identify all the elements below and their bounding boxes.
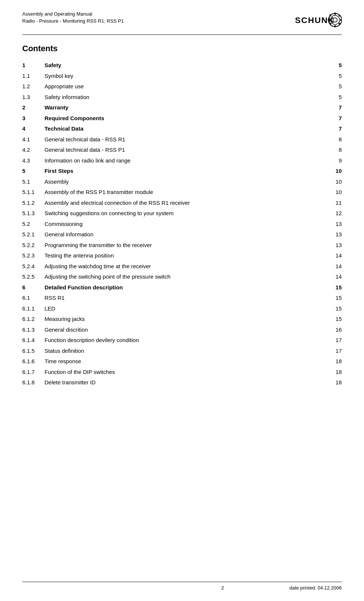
toc-row[interactable]: 6.1.1LED15 [22,303,342,314]
toc-number: 3 [22,114,45,123]
toc-page: 13 [335,241,342,250]
toc-number: 6.1.7 [22,368,45,377]
toc-row[interactable]: 4Technical Data7 [22,124,342,134]
toc-page: 15 [335,305,342,313]
logo-container: SCHUNK ® [294,11,342,32]
toc-page: 7 [339,104,342,112]
toc-number: 6.1.1 [22,305,45,313]
toc-label: LED [45,305,55,313]
toc-row[interactable]: 1.1Symbol key5 [22,71,342,82]
toc-label: Appropriate use [45,82,84,91]
toc-page: 7 [339,125,342,133]
footer-page-number: 2 [156,585,289,591]
toc-number: 5.2.1 [22,230,45,239]
toc-number: 2 [22,104,45,112]
toc-label: Required Components [45,114,104,123]
toc-label: Status definition [45,347,84,355]
header-divider [22,35,342,35]
toc-page: 8 [339,135,342,144]
toc-row[interactable]: 1.2Appropriate use5 [22,81,342,92]
toc-row[interactable]: 5.1.2Assembly and electrical connection … [22,198,342,208]
toc-row[interactable]: 5.1Assembly10 [22,177,342,187]
toc-page: 5 [339,61,342,70]
toc-label: Safety information [45,93,89,102]
toc-row[interactable]: 4.2General technical data - RSS P18 [22,145,342,155]
page: Assembly and Operating Manual Radio - Pr… [0,0,364,601]
toc-label: Function of the DIP switches [45,368,115,377]
toc-row[interactable]: 1.3Safety information5 [22,92,342,103]
toc-page: 15 [335,294,342,302]
footer: 2 date printed: 04.12.2006 [22,582,342,591]
toc-row[interactable]: 6.1.6Time response18 [22,356,342,367]
toc-number: 6.1.3 [22,326,45,334]
toc-number: 6.1.5 [22,347,45,355]
toc-row[interactable]: 5.2.1General information13 [22,229,342,240]
toc-label: General technical data - RSS P1 [45,146,125,154]
toc-label: General information [45,230,94,239]
toc-row[interactable]: 6.1.4Function description devilery condi… [22,335,342,346]
toc-page: 9 [339,157,342,165]
toc-page: 7 [339,114,342,123]
toc-row[interactable]: 6.1.7Function of the DIP switches18 [22,367,342,378]
toc-row[interactable]: 5.1.1Assembly of the RSS P1 transmitter … [22,187,342,198]
toc-row[interactable]: 6.1.2Measuring jacks15 [22,314,342,325]
toc-page: 15 [335,283,342,292]
toc-number: 4.3 [22,157,45,165]
toc-page: 11 [335,199,342,207]
toc-row[interactable]: 5.2.4Adjusting the watchdog time at the … [22,261,342,272]
svg-rect-4 [334,25,336,27]
toc-label: Technical Data [45,125,83,133]
toc-row[interactable]: 5.1.3Switching suggestions on connecting… [22,208,342,219]
toc-number: 5.1 [22,178,45,186]
toc-page: 10 [335,167,342,175]
toc-number: 6.1 [22,294,45,302]
toc-row[interactable]: 4.1General technical data - RSS R18 [22,134,342,145]
toc-label: Switching suggestions on connecting to y… [45,209,174,218]
toc-page: 18 [335,357,342,366]
toc-label: General discrition [45,326,88,334]
toc-row[interactable]: 6.1.8Delete transmitter ID18 [22,377,342,388]
toc-label: Function description devilery condition [45,336,139,345]
toc-page: 10 [335,178,342,186]
toc-row[interactable]: 6.1RSS R115 [22,293,342,303]
header: Assembly and Operating Manual Radio - Pr… [22,11,342,32]
toc-row[interactable]: 5.2Commissioning13 [22,219,342,230]
toc-page: 16 [335,326,342,334]
toc-page: 15 [335,315,342,324]
toc-page: 14 [335,273,342,281]
toc-label: General technical data - RSS R1 [45,135,125,144]
toc-label: Testing the antenna position [45,252,114,260]
toc-row[interactable]: 3Required Components7 [22,113,342,124]
toc-row[interactable]: 5.2.3Testing the antenna position14 [22,250,342,261]
toc-number: 1.2 [22,82,45,91]
toc-row[interactable]: 5.2.5Adjusting the switching point of th… [22,272,342,282]
toc-row[interactable]: 6Detailed Function description15 [22,282,342,293]
toc-row[interactable]: 6.1.3General discrition16 [22,325,342,335]
header-subtitle: Radio - Pressure - Monitoring RSS R1; RS… [22,18,124,24]
toc-number: 5.2.5 [22,273,45,281]
toc-number: 5.2 [22,220,45,229]
toc-number: 4 [22,125,45,133]
toc-number: 5.2.2 [22,241,45,250]
svg-rect-3 [334,13,336,14]
toc-row[interactable]: 4.3Information on radio link and range9 [22,155,342,166]
toc-row[interactable]: 2Warranty7 [22,102,342,113]
toc-number: 6 [22,283,45,292]
toc-number: 5.2.3 [22,252,45,260]
toc-number: 6.1.6 [22,357,45,366]
toc-label: Adjusting the watchdog time at the recei… [45,262,151,271]
toc-page: 18 [335,378,342,387]
toc-number: 5.1.3 [22,209,45,218]
toc-page: 10 [335,188,342,197]
toc-row[interactable]: 6.1.5Status definition17 [22,346,342,357]
toc-row[interactable]: 5.2.2Programming the transmitter to the … [22,240,342,251]
contents-title: Contents [22,44,342,53]
toc-row[interactable]: 5First Steps10 [22,166,342,177]
toc-label: Detailed Function description [45,283,123,292]
toc-row[interactable]: 1Safety5 [22,60,342,71]
toc-page: 5 [339,82,342,91]
toc-page: 18 [335,368,342,377]
toc-label: RSS R1 [45,294,65,302]
toc-number: 5.2.4 [22,262,45,271]
toc-label: Assembly of the RSS P1 transmitter modul… [45,188,153,197]
